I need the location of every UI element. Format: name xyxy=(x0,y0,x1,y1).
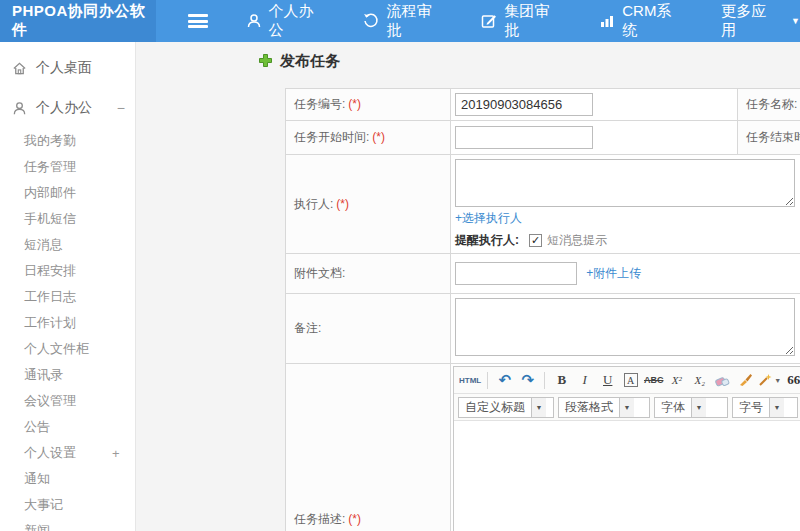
end-time-label: 任务结束时间: xyxy=(746,130,800,144)
task-name-label-cell: 任务名称:(*) xyxy=(738,89,800,121)
attachment-label-cell: 附件文档: xyxy=(286,254,451,294)
sidebar-item-label: 工作计划 xyxy=(24,314,76,332)
bold-button[interactable]: B xyxy=(551,370,572,391)
main-content: 发布任务 任务编号:(*) 任务名称:(*) 任务开始时间:(*) xyxy=(137,42,800,531)
superscript-button[interactable]: X² xyxy=(666,370,687,391)
task-no-label: 任务编号: xyxy=(294,97,345,111)
user-icon xyxy=(246,13,262,29)
attachment-input[interactable] xyxy=(455,262,577,285)
task-no-label-cell: 任务编号:(*) xyxy=(286,89,451,121)
sidebar-item-my-attendance[interactable]: 我的考勤 xyxy=(0,128,135,154)
attachment-label: 附件文档: xyxy=(294,266,345,280)
sidebar-item-label: 我的考勤 xyxy=(24,132,76,150)
font-family-dropdown[interactable]: 字体 ▼ xyxy=(654,397,728,418)
nav-item-personal-office[interactable]: 个人办公 xyxy=(246,2,326,40)
user-icon xyxy=(11,100,27,116)
subscript-button[interactable]: X₂ xyxy=(689,370,710,391)
editor-toolbar-row-1: HTML ↶ ↷ B I U A ABC X² X₂ xyxy=(454,367,800,394)
nav-item-group-approval[interactable]: 集团审批 xyxy=(481,2,561,40)
required-mark: (*) xyxy=(372,130,385,144)
sidebar-item-meeting-management[interactable]: 会议管理 xyxy=(0,388,135,414)
sidebar-item-label: 会议管理 xyxy=(24,392,76,410)
sidebar-item-mobile-sms[interactable]: 手机短信 xyxy=(0,206,135,232)
page-title: 发布任务 xyxy=(258,52,340,71)
sidebar-item-personal-desktop[interactable]: 个人桌面 xyxy=(0,48,135,88)
sidebar-item-milestones[interactable]: 大事记 xyxy=(0,492,135,518)
redo-icon[interactable]: ↷ xyxy=(517,370,538,391)
strikethrough-button[interactable]: ABC xyxy=(643,370,664,391)
end-time-label-cell: 任务结束时间:(*) xyxy=(738,121,800,155)
blockquote-button[interactable]: 66 xyxy=(783,370,800,391)
sidebar-item-news[interactable]: 新闻 xyxy=(0,518,135,531)
executor-textarea[interactable] xyxy=(455,159,795,207)
caret-down-icon: ▼ xyxy=(691,398,706,417)
caret-down-icon: ▼ xyxy=(531,398,546,417)
sidebar: 个人桌面 个人办公 − 我的考勤 任务管理 内部邮件 手机短信 短消息 日程安排… xyxy=(0,42,136,531)
magic-wand-icon[interactable]: ▼ xyxy=(758,370,781,391)
underline-button[interactable]: U xyxy=(597,370,618,391)
sidebar-item-task-management[interactable]: 任务管理 xyxy=(0,154,135,180)
collapse-minus-icon[interactable]: − xyxy=(117,100,125,116)
remark-textarea[interactable] xyxy=(455,298,795,356)
caret-down-icon: ▼ xyxy=(619,398,634,417)
caret-down-icon: ▼ xyxy=(791,16,800,26)
sidebar-item-schedule[interactable]: 日程安排 xyxy=(0,258,135,284)
menu-toggle-icon[interactable] xyxy=(188,14,207,28)
sidebar-item-work-log[interactable]: 工作日志 xyxy=(0,284,135,310)
task-no-input[interactable] xyxy=(455,93,593,116)
task-name-label: 任务名称: xyxy=(746,97,797,111)
sidebar-item-personal-file-cabinet[interactable]: 个人文件柜 xyxy=(0,336,135,362)
nav-label: 个人办公 xyxy=(269,2,326,40)
nav-item-more-apps[interactable]: 更多应用 ▼ xyxy=(721,2,800,40)
nav-item-workflow-approval[interactable]: 流程审批 xyxy=(363,2,443,40)
editor-content-area[interactable] xyxy=(454,421,800,531)
add-plus-icon xyxy=(258,53,273,71)
italic-button[interactable]: I xyxy=(574,370,595,391)
editor-toolbar-row-2: 自定义标题 ▼ 段落格式 ▼ 字体 ▼ xyxy=(454,394,800,421)
executor-label: 执行人: xyxy=(294,197,333,211)
remark-label: 备注: xyxy=(294,321,321,335)
remind-executor-label: 提醒执行人: xyxy=(455,232,519,249)
publish-task-form: 任务编号:(*) 任务名称:(*) 任务开始时间:(*) 任务结束时间: xyxy=(285,88,800,531)
expand-plus-icon[interactable]: + xyxy=(112,446,120,461)
home-icon xyxy=(11,60,27,76)
custom-heading-dropdown[interactable]: 自定义标题 ▼ xyxy=(458,397,554,418)
sidebar-item-label: 任务管理 xyxy=(24,158,76,176)
nav-item-crm[interactable]: CRM系统 xyxy=(599,2,683,40)
sms-remind-checkbox[interactable]: ✓ xyxy=(529,234,542,247)
sidebar-item-label: 个人文件柜 xyxy=(24,340,89,358)
executor-label-cell: 执行人:(*) xyxy=(286,155,451,254)
font-style-box-button[interactable]: A xyxy=(624,373,638,387)
choose-executor-link[interactable]: +选择执行人 xyxy=(455,211,522,225)
sidebar-item-short-message[interactable]: 短消息 xyxy=(0,232,135,258)
required-mark: (*) xyxy=(348,512,361,526)
sidebar-item-label: 公告 xyxy=(24,418,50,436)
sidebar-item-internal-mail[interactable]: 内部邮件 xyxy=(0,180,135,206)
paragraph-format-dropdown[interactable]: 段落格式 ▼ xyxy=(558,397,650,418)
required-mark: (*) xyxy=(336,197,349,211)
start-time-label: 任务开始时间: xyxy=(294,130,369,144)
undo-icon[interactable]: ↶ xyxy=(494,370,515,391)
sidebar-item-personal-office[interactable]: 个人办公 − xyxy=(0,88,135,128)
sidebar-item-label: 内部邮件 xyxy=(24,184,76,202)
required-mark: (*) xyxy=(348,97,361,111)
format-painter-icon[interactable] xyxy=(735,370,756,391)
sidebar-item-announcement[interactable]: 公告 xyxy=(0,414,135,440)
description-label: 任务描述: xyxy=(294,512,345,526)
html-source-button[interactable]: HTML xyxy=(459,370,481,391)
sidebar-item-work-plan[interactable]: 工作计划 xyxy=(0,310,135,336)
attachment-upload-link[interactable]: +附件上传 xyxy=(586,266,641,280)
sidebar-item-notice[interactable]: 通知 xyxy=(0,466,135,492)
sidebar-item-label: 日程安排 xyxy=(24,262,76,280)
sidebar-item-label: 短消息 xyxy=(24,236,63,254)
top-bar: PHPOA协同办公软件 个人办公 流程审批 集团审批 xyxy=(0,0,800,42)
eraser-icon[interactable] xyxy=(712,370,733,391)
font-size-dropdown[interactable]: 字号 ▼ xyxy=(732,397,798,418)
nav-label: 更多应用 xyxy=(721,2,778,40)
sidebar-item-personal-settings[interactable]: 个人设置 + xyxy=(0,440,135,466)
sidebar-item-contacts[interactable]: 通讯录 xyxy=(0,362,135,388)
sidebar-item-label: 个人办公 xyxy=(36,99,92,117)
sidebar-item-label: 个人桌面 xyxy=(36,59,92,77)
page-title-text: 发布任务 xyxy=(280,52,340,71)
start-time-input[interactable] xyxy=(455,126,593,149)
